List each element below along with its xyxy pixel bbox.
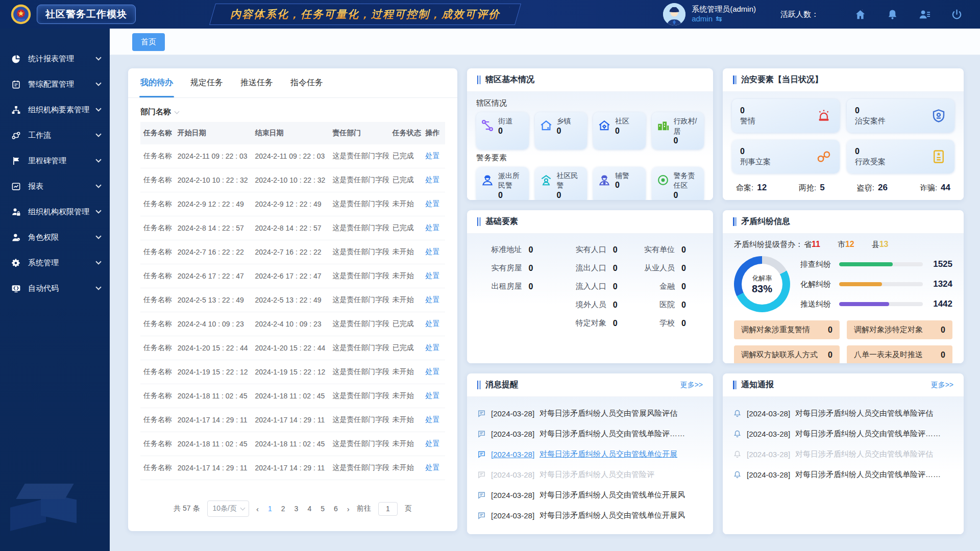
chevron-down-icon — [95, 182, 101, 188]
stat-label: 警务责任区 — [674, 171, 695, 190]
handle-link[interactable]: 处置 — [425, 367, 439, 375]
sidebar-item-label: 警综配置管理 — [28, 80, 96, 89]
page-size-select[interactable]: 10条/页 — [207, 500, 249, 517]
switch-user-icon[interactable]: ⇆ — [716, 14, 722, 24]
main-area: 首页 我的待办 规定任务 推送任务 指令任务 部门名称 任务名称开始日期结束日期… — [110, 29, 980, 551]
stat-card[interactable]: 社区民警 0 — [535, 167, 587, 200]
table-row: 任务名称 2024-1-17 14 : 29 : 11 2024-1-17 14… — [140, 456, 445, 480]
page-3[interactable]: 3 — [295, 505, 299, 513]
total-count: 共 57 条 — [174, 504, 200, 513]
sidebar-item-9[interactable]: 自动代码 — [0, 276, 110, 301]
notices-more-link[interactable]: 更多>> — [931, 381, 953, 390]
prev-page-button[interactable]: ‹ — [256, 505, 259, 513]
messages-more-link[interactable]: 更多>> — [680, 381, 703, 390]
sidebar-item-4[interactable]: 里程碑管理 — [0, 148, 110, 173]
sidebar-item-7[interactable]: 角色权限 — [0, 224, 110, 250]
avatar[interactable] — [663, 3, 685, 26]
police-badge-logo — [10, 4, 32, 25]
sidebar-item-6[interactable]: 组织机构权限管理 — [0, 199, 110, 224]
sidebar-item-5[interactable]: 报表 — [0, 173, 110, 199]
handle-link[interactable]: 处置 — [425, 391, 439, 399]
dispute-button[interactable]: 调解对象涉特定对象0 — [847, 320, 952, 339]
start-date: 2024-2-5 13 : 22 : 49 — [175, 288, 252, 312]
handle-link[interactable]: 处置 — [425, 247, 439, 256]
stat-card[interactable]: 乡镇 0 — [535, 112, 587, 149]
sidebar-item-3[interactable]: 工作流 — [0, 122, 110, 148]
task-name: 任务名称 — [140, 264, 175, 288]
handle-link[interactable]: 处置 — [425, 199, 439, 208]
start-date: 2024-2-4 10 : 09 : 23 — [175, 312, 252, 336]
page-2[interactable]: 2 — [281, 505, 285, 513]
handle-link[interactable]: 处置 — [425, 223, 439, 232]
report-icon — [11, 182, 21, 191]
handle-link[interactable]: 处置 — [425, 271, 439, 280]
sidebar-item-label: 角色权限 — [28, 233, 96, 242]
list-item[interactable]: [2024-03-28] 对每日涉矛盾纠纷人员交由管线单位开展风 — [477, 505, 703, 525]
list-item[interactable]: [2024-03-28] 对每日涉矛盾纠纷人员交由管线单险评…… — [477, 423, 703, 444]
list-item[interactable]: [2024-03-28] 对每日涉矛盾纠纷人员交由管线单险评估 — [733, 444, 953, 464]
tab-0[interactable]: 我的待办 — [140, 78, 173, 88]
handle-link[interactable]: 处置 — [425, 295, 439, 304]
username[interactable]: admin ⇆ — [692, 14, 756, 24]
users-icon[interactable] — [919, 9, 930, 20]
dispute-button[interactable]: 调解双方缺联系人方式0 — [734, 345, 840, 363]
resolution-rate-donut-chart: 化解率 83% — [734, 256, 790, 312]
handle-link[interactable]: 处置 — [425, 152, 439, 160]
next-page-button[interactable]: › — [347, 505, 350, 513]
table-row: 任务名称 2024-1-17 14 : 29 : 11 2024-1-17 14… — [140, 408, 445, 432]
list-item[interactable]: [2024-03-28] 对每日涉矛盾纠纷人员交由管线单险评…… — [733, 464, 953, 485]
stat-card[interactable]: 行政村/居 0 — [652, 112, 704, 149]
task-name: 任务名称 — [140, 384, 175, 408]
stat-card[interactable]: 警务责任区 0 — [652, 167, 704, 200]
handle-link[interactable]: 处置 — [425, 319, 439, 328]
page-6[interactable]: 6 — [334, 505, 338, 513]
tab-3[interactable]: 指令任务 — [290, 78, 323, 88]
slogan-banner: 内容体系化，任务可量化，过程可控制，成效可评价 — [209, 4, 521, 25]
handle-link[interactable]: 处置 — [425, 343, 439, 352]
list-item[interactable]: [2024-03-28] 对每日涉矛盾纠纷人员交由管线单险评估 — [733, 403, 953, 423]
handle-link[interactable]: 处置 — [425, 463, 439, 471]
security-card[interactable]: 0 行政受案 — [847, 140, 954, 173]
dept: 这是责任部门字段 — [329, 432, 389, 456]
security-card[interactable]: 0 警情 — [732, 99, 840, 133]
bell-icon[interactable] — [887, 9, 898, 20]
stat-card[interactable]: 社区 0 — [593, 112, 646, 149]
stat-card[interactable]: 辅警 0 — [593, 167, 646, 200]
list-item[interactable]: [2024-03-28] 对每日涉矛盾纠纷人员交由管线单险评…… — [733, 423, 953, 444]
page-1[interactable]: 1 — [268, 505, 272, 513]
tab-2[interactable]: 推送任务 — [240, 78, 273, 88]
todo-panel: 我的待办 规定任务 推送任务 指令任务 部门名称 任务名称开始日期结束日期责任部… — [128, 68, 457, 531]
page-4[interactable]: 4 — [307, 505, 311, 513]
tab-1[interactable]: 规定任务 — [190, 78, 223, 88]
sidebar-item-2[interactable]: 组织机构要素管理 — [0, 97, 110, 122]
kv-value: 0 — [528, 282, 547, 291]
sidebar-item-8[interactable]: 系统管理 — [0, 250, 110, 276]
list-item[interactable]: [2024-03-28] 对每日涉矛盾纠纷人员交由管展风险评估 — [477, 403, 703, 423]
handle-link[interactable]: 处置 — [425, 176, 439, 184]
list-item[interactable]: [2024-03-28] 对每日涉矛盾纠纷人员交由管线单位开展风 — [477, 485, 703, 505]
power-icon[interactable] — [951, 9, 963, 20]
list-item[interactable]: [2024-03-28] 对每日涉矛盾纠纷人员交由管险评 — [477, 464, 703, 485]
sidebar-item-0[interactable]: 统计报表管理 — [0, 46, 110, 71]
dispute-buttons: 调解对象涉重复警情0 调解对象涉特定对象0 调解双方缺联系人方式0 八单一表未及… — [734, 320, 952, 363]
handcuffs-icon — [816, 149, 831, 164]
handle-link[interactable]: 处置 — [425, 415, 439, 423]
goto-page-input[interactable] — [378, 502, 398, 516]
tab-home[interactable]: 首页 — [132, 33, 165, 51]
button-value: 0 — [824, 325, 832, 335]
end-date: 2024-2-5 13 : 22 : 49 — [252, 288, 330, 312]
list-item[interactable]: [2024-03-28] 对每日涉矛盾纠纷人员交由管线单位开展 — [477, 444, 703, 464]
security-card[interactable]: 0 治安案件 — [847, 99, 954, 133]
page-5[interactable]: 5 — [321, 505, 325, 513]
department-filter[interactable]: 部门名称 — [128, 98, 457, 122]
kv-item: 学校 0 — [636, 318, 700, 328]
stat-card[interactable]: 派出所民警 0 — [476, 167, 529, 200]
dispute-button[interactable]: 八单一表未及时推送0 — [847, 345, 952, 363]
stat-card[interactable]: 街道 0 — [476, 112, 529, 149]
dispute-button[interactable]: 调解对象涉重复警情0 — [734, 320, 840, 339]
handle-link[interactable]: 处置 — [425, 439, 439, 447]
home-icon[interactable] — [854, 9, 866, 20]
end-date: 2024-2-6 17 : 22 : 47 — [252, 264, 330, 288]
security-card[interactable]: 0 刑事立案 — [732, 140, 840, 173]
sidebar-item-1[interactable]: 警综配置管理 — [0, 71, 110, 97]
